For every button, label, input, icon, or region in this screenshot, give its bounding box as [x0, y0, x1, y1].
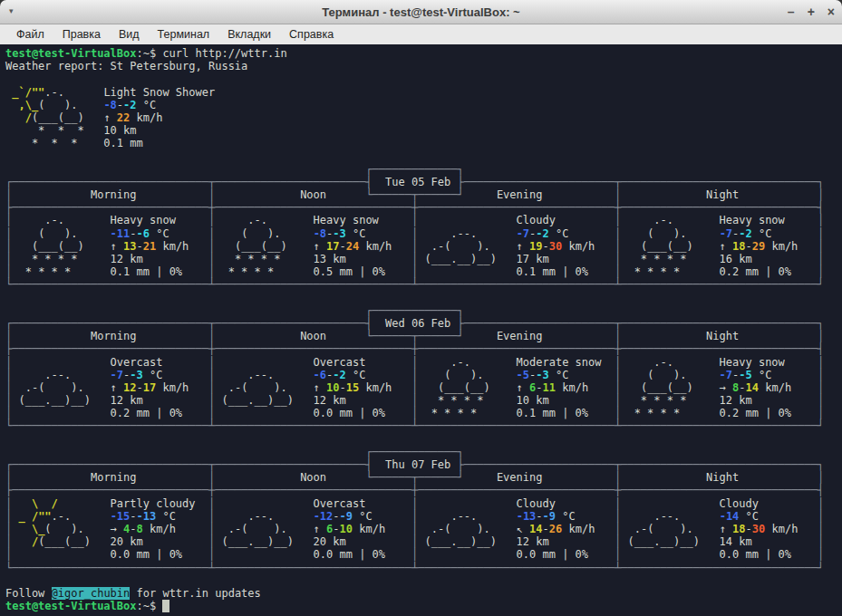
terminal-line: │ Morning │ Noon └──────┬──────┘ Evening…	[5, 471, 842, 484]
terminal-line: ┌─────────────┐	[5, 163, 842, 176]
close-button[interactable]: ×	[827, 5, 835, 19]
terminal-line: ├──────────────────────────────┼────────…	[5, 484, 842, 496]
terminal-screen[interactable]: test@test-VirtualBox:~$ curl http://wttr…	[0, 44, 842, 616]
terminal-line: ,\_( ). -8--2 °C	[5, 99, 842, 111]
terminal-line: │ .-. Heavy snow │ .-. Heavy snow │ Clou…	[5, 214, 842, 226]
menu-tabs[interactable]: Вкладки	[218, 28, 280, 41]
terminal-line: ├──────────────────────────────┼────────…	[5, 201, 842, 214]
menu-file[interactable]: Файл	[7, 28, 53, 41]
terminal-line: │ 0.2 mm | 0% │ 0.0 mm | 0% │ * * * * 0.…	[5, 407, 842, 419]
terminal-line: * * * 0.1 mm	[5, 137, 842, 149]
terminal-line	[5, 574, 842, 587]
terminal-line: * * * 10 km	[5, 124, 842, 137]
terminal-line	[5, 292, 842, 304]
menu-view[interactable]: Вид	[110, 28, 149, 41]
window-menu-icon[interactable]: ▾	[9, 7, 14, 15]
terminal-line: └──────────────────────────────┴────────…	[5, 562, 842, 574]
terminal-line: │ (___.__)__) 12 km │ (___.__)__) 12 km …	[5, 394, 842, 407]
window-controls: – + ×	[788, 0, 835, 24]
terminal-line: └──────────────────────────────┴────────…	[5, 278, 842, 291]
terminal-line: ┌─────────────┐	[5, 446, 842, 458]
terminal-line: test@test-VirtualBox:~$	[5, 600, 842, 612]
terminal-line: │ /(___(__) 20 km │ (___.__)__) 20 km │ …	[5, 535, 842, 548]
menu-help[interactable]: Справка	[280, 28, 343, 41]
terminal-line: │ Morning │ Noon └──────┬──────┘ Evening…	[5, 330, 842, 342]
terminal-line: │ ( ). -11--6 °C │ ( ). -8--3 °C │ .--. …	[5, 227, 842, 240]
terminal-line: │ .-( ). ↑ 12-17 km/h │ .-( ). ↑ 10-15 k…	[5, 381, 842, 394]
terminal-line	[5, 433, 842, 446]
terminal-line: │ * * * * 12 km │ * * * * 13 km │ (___._…	[5, 253, 842, 265]
terminal-line	[5, 72, 842, 85]
terminal-line: /(___(__) ↑ 22 km/h	[5, 111, 842, 124]
cursor	[162, 600, 169, 612]
maximize-button[interactable]: +	[808, 5, 815, 19]
terminal-output: test@test-VirtualBox:~$ curl http://wttr…	[5, 47, 842, 612]
terminal-line: │ Morning │ Noon └──────┬──────┘ Evening…	[5, 188, 842, 201]
terminal-line: │ \ / Partly cloudy │ Overcast │ Cloudy …	[5, 497, 842, 510]
terminal-line: └──────────────────────────────┴────────…	[5, 419, 842, 432]
terminal-line: ┌─────────────┐	[5, 304, 842, 317]
minimize-button[interactable]: –	[788, 5, 795, 19]
terminal-line: _`/"".-. Light Snow Shower	[5, 86, 842, 99]
terminal-line: ┌──────────────────────────────┬────────…	[5, 176, 842, 188]
terminal-line: ├──────────────────────────────┼────────…	[5, 342, 842, 355]
terminal-line: │ _ /"".-. -15--13 °C │ .--. -12--9 °C │…	[5, 510, 842, 523]
terminal-line: │ Overcast │ Overcast │ .-. Moderate sno…	[5, 356, 842, 369]
terminal-line: │ 0.0 mm | 0% │ 0.0 mm | 0% │ 0.0 mm | 0…	[5, 548, 842, 561]
menubar: Файл Правка Вид Терминал Вкладки Справка	[0, 24, 842, 44]
terminal-line	[5, 150, 842, 163]
menu-edit[interactable]: Правка	[53, 28, 110, 41]
terminal-line: │ (___(__) ↑ 13-21 km/h │ (___(__) ↑ 17-…	[5, 240, 842, 253]
titlebar[interactable]: ▾ Терминал - test@test-VirtualBox: ~ – +…	[0, 0, 842, 24]
terminal-line: │ * * * * 0.1 mm | 0% │ * * * * 0.5 mm |…	[5, 265, 842, 278]
terminal-window: ▾ Терминал - test@test-VirtualBox: ~ – +…	[0, 0, 842, 616]
window-title: Терминал - test@test-VirtualBox: ~	[0, 5, 842, 19]
terminal-line: ┌──────────────────────────────┬────────…	[5, 458, 842, 471]
terminal-line: test@test-VirtualBox:~$ curl http://wttr…	[5, 47, 842, 60]
terminal-line: │ \_( ). → 4-8 km/h │ .-( ). ↑ 6-10 km/h…	[5, 523, 842, 535]
terminal-line: Follow @igor_chubin for wttr.in updates	[5, 587, 842, 600]
terminal-line: Weather report: St Petersburg, Russia	[5, 60, 842, 72]
terminal-line: │ .--. -7--3 °C │ .--. -6--2 °C │ ( ). -…	[5, 369, 842, 381]
terminal-line: ┌──────────────────────────────┬────────…	[5, 317, 842, 330]
menu-terminal[interactable]: Терминал	[149, 28, 219, 41]
